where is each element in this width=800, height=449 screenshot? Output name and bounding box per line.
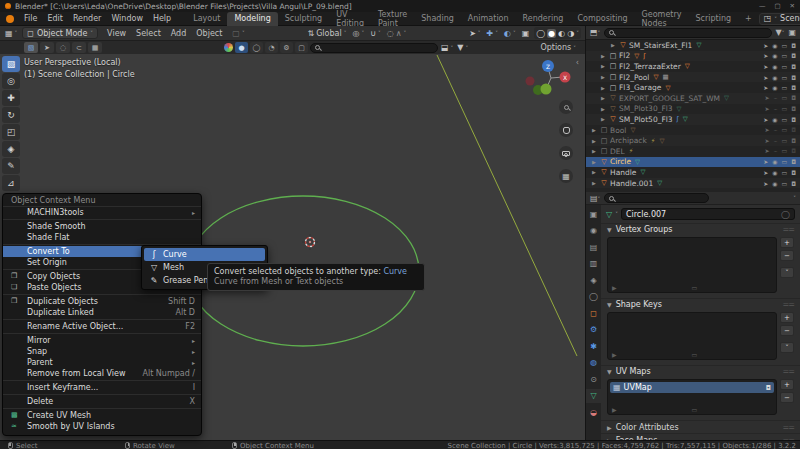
disable-viewport-icon[interactable]: ▭	[782, 94, 788, 102]
disable-viewport-icon[interactable]: ▭	[782, 84, 788, 91]
disable-render-camera-icon[interactable]: ◘	[791, 126, 796, 134]
disable-viewport-icon[interactable]: ▭	[782, 147, 788, 155]
outliner-row[interactable]: ▶ □ Fl2_TerrazaExter ▽ ➤ ◉ ▭ ◘	[586, 61, 800, 72]
disable-viewport-icon[interactable]: ▭	[782, 126, 788, 134]
maximize-button[interactable]: ▢	[774, 2, 780, 10]
expand-arrow-icon[interactable]: ▶	[592, 138, 598, 144]
move-tool[interactable]: ✚	[2, 90, 20, 106]
gizmo-y-axis[interactable]	[541, 84, 552, 95]
rotate-tool[interactable]: ↻	[2, 107, 20, 123]
remove-shape-key-button[interactable]: −	[780, 325, 794, 336]
workspace-tab[interactable]: Texture Paint	[371, 12, 414, 26]
hide-viewport-eye-icon[interactable]: ⌣	[774, 105, 778, 113]
list-expand-icon[interactable]: ▶	[612, 351, 617, 358]
blender-menu-icon[interactable]	[6, 15, 14, 23]
outliner-row[interactable]: ▶ ▽ Handle.001 ▽ ➤ ◉ ▭ ◘	[586, 178, 800, 189]
properties-filter-dropdown[interactable]: ˅	[793, 195, 796, 201]
gizmos-dropdown[interactable]: ✚˅	[486, 29, 499, 38]
expand-arrow-icon[interactable]: ▶	[601, 63, 607, 69]
object-name[interactable]: DEL	[610, 147, 625, 156]
selectable-toggle-icon[interactable]: ➤	[763, 180, 768, 187]
vertex-groups-listbox[interactable]: ▶▭	[607, 237, 777, 293]
workspace-tab[interactable]: UV Editing	[329, 12, 371, 26]
context-menu-item[interactable]: Shade Smooth	[3, 221, 201, 232]
viewport-menu-item[interactable]: Select	[131, 29, 166, 38]
show-gizmo-dropdown[interactable]: ➤˅	[468, 29, 481, 38]
tool-tab[interactable]: ▣	[586, 207, 601, 221]
select-box-tool[interactable]: ▧	[2, 56, 20, 72]
expand-arrow-icon[interactable]: ▶	[601, 74, 607, 80]
editor-type-icon[interactable]: ▤˅	[590, 194, 600, 203]
select-lasso-mode[interactable]: ⊂	[72, 42, 86, 53]
uv-maps-panel-header[interactable]: ▼UV Maps ==	[601, 365, 800, 377]
perspective-toggle-button[interactable]: ▦	[559, 169, 573, 183]
viewport-menu-item[interactable]: View	[102, 29, 131, 38]
vertex-groups-panel-header[interactable]: ▼Vertex Groups ==	[601, 223, 800, 235]
workspace-tab[interactable]: Rendering	[516, 12, 571, 26]
hide-viewport-eye-icon[interactable]: ⌣	[774, 94, 778, 102]
gizmo-neg-x-axis[interactable]	[526, 77, 535, 86]
expand-arrow-icon[interactable]: ▶	[592, 180, 598, 186]
hide-viewport-eye-icon[interactable]: ◉	[772, 158, 777, 165]
world-tab[interactable]: ◯	[586, 290, 601, 304]
remove-uvmap-button[interactable]: −	[780, 392, 794, 403]
display-mode-dropdown[interactable]: ⬒˅	[590, 28, 600, 37]
new-collection-button[interactable]: ▣	[788, 28, 796, 37]
disable-render-camera-icon[interactable]: ◘	[791, 74, 796, 81]
transform-tool[interactable]: ◈	[2, 141, 20, 157]
disable-viewport-icon[interactable]: ▭	[782, 158, 788, 165]
hide-viewport-eye-icon[interactable]: ◉	[772, 116, 777, 123]
list-expand-icon[interactable]: ▶	[612, 406, 617, 413]
workspace-tab[interactable]: Compositing	[570, 12, 634, 26]
disable-render-camera-icon[interactable]: ◘	[791, 147, 796, 155]
disable-render-camera-icon[interactable]: ◘	[791, 116, 796, 123]
outliner-row[interactable]: ▶ ▽ SM_Plot50_Fl3 ʃ ▽ ➤ ◉ ▭ ◘	[586, 114, 800, 125]
cursor-tool[interactable]: ◎	[2, 73, 20, 89]
outliner-row[interactable]: ▶ ▽ Handle ▽ ➤ ◉ ▭ ◘	[586, 167, 800, 178]
navigation-gizmo[interactable]: Z X	[526, 60, 571, 95]
hide-viewport-eye-icon[interactable]: ◉	[772, 63, 777, 70]
expand-arrow-icon[interactable]: ▶	[592, 159, 598, 165]
object-name[interactable]: Fl2_TerrazaExter	[619, 62, 681, 71]
view-object-types-dropdown[interactable]: ⬓˅	[440, 43, 454, 52]
menubar-item[interactable]: Window	[106, 14, 148, 23]
outliner-row[interactable]: ▶ ▽ SM_Plot30_Fl3 ▽ ➤ ⌣ ▭ ◘	[586, 104, 800, 115]
shape-keys-listbox[interactable]: ▶▭	[607, 312, 777, 360]
annotate-tool[interactable]: ✎	[2, 158, 20, 174]
camera-view-button[interactable]	[559, 146, 573, 160]
context-menu-item[interactable]: Shade Flat	[3, 232, 201, 243]
object-tab[interactable]: ◻	[586, 306, 601, 320]
selectable-toggle-icon[interactable]: ➤	[765, 94, 770, 102]
filter-icon[interactable]: ▼˅	[776, 28, 785, 37]
selectable-toggle-icon[interactable]: ➤	[765, 147, 770, 155]
outliner-search-input[interactable]	[604, 28, 771, 38]
disable-render-camera-icon[interactable]: ◘	[791, 180, 796, 187]
context-menu-item[interactable]: Insert Keyframe... I	[3, 382, 201, 393]
studio-light-button[interactable]: ●	[235, 42, 248, 53]
object-name[interactable]: Bool	[610, 126, 626, 135]
list-resize-grip[interactable]: ▭	[691, 351, 697, 358]
object-name[interactable]: SM_Plot30_Fl3	[619, 104, 673, 113]
hide-viewport-eye-icon[interactable]: ⌣	[774, 126, 778, 134]
properties-search-input[interactable]	[604, 193, 709, 203]
hide-viewport-eye-icon[interactable]: ◉	[772, 74, 777, 81]
outliner-row[interactable]: ▶ □ Archipack ⚡ ▽ ➤ ⌣ ▭ ◘	[586, 135, 800, 146]
object-name[interactable]: EXPORT_GOOGLE_SAT_WM	[619, 94, 720, 103]
context-menu-item[interactable]: MACHIN3tools ▸	[3, 207, 201, 218]
submenu-item[interactable]: ʃ Curve	[144, 248, 265, 261]
disable-viewport-icon[interactable]: ▭	[782, 180, 788, 187]
minimize-button[interactable]: —	[759, 2, 766, 10]
hide-viewport-eye-icon[interactable]: ◉	[772, 52, 777, 59]
context-menu-item[interactable]: Duplicate Linked Alt D	[3, 307, 201, 318]
outliner-row[interactable]: ▶ ▽ EXPORT_GOOGLE_SAT_WM ▽ ➤ ⌣ ▭ ◘	[586, 93, 800, 104]
expand-arrow-icon[interactable]: ▶	[611, 42, 617, 48]
hide-viewport-eye-icon[interactable]: ◉	[772, 180, 777, 187]
collapsed-panel-header[interactable]: ▶Color Attributes ==	[601, 420, 800, 433]
outliner-row[interactable]: ▶ ▽ SM_StairsExt_Fl1 ▽ ➤ ◉ ▭ ◘	[586, 40, 800, 51]
shape-keys-panel-header[interactable]: ▼Shape Keys ==	[601, 298, 800, 310]
close-button[interactable]: ✕	[790, 2, 795, 10]
expand-arrow-icon[interactable]: ▶	[601, 53, 607, 59]
uvmap-list-item[interactable]: ▦ UVMap ◘	[610, 382, 774, 393]
context-menu-item[interactable]: Rename Active Object... F2	[3, 321, 201, 332]
editor-type-button[interactable]: ▦˅	[4, 29, 18, 38]
